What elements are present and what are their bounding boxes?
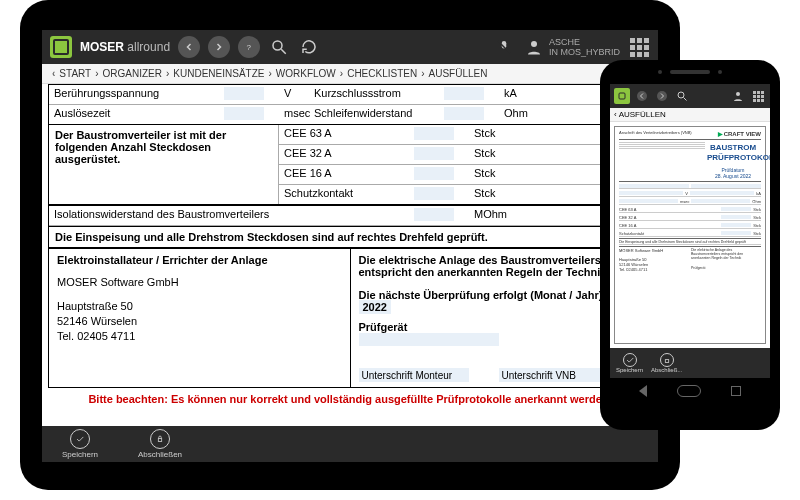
search-icon[interactable] xyxy=(674,88,690,104)
input-field[interactable] xyxy=(414,187,454,200)
help-button[interactable]: ? xyxy=(238,36,260,58)
svg-rect-13 xyxy=(665,360,668,363)
app-topbar: MOSER allround ? ASCHEIN MOS_HYBRID xyxy=(42,30,658,64)
user-icon[interactable] xyxy=(730,88,746,104)
svg-rect-7 xyxy=(619,93,625,99)
forward-button[interactable] xyxy=(654,88,670,104)
svg-line-2 xyxy=(281,49,286,54)
input-field[interactable] xyxy=(444,87,484,100)
bottom-toolbar: Speichern Abschließen xyxy=(42,426,658,462)
forward-button[interactable] xyxy=(208,36,230,58)
phone-bottom-toolbar: Speichern Abschließ... xyxy=(610,348,770,378)
app-logo-icon xyxy=(50,36,72,58)
breadcrumb-item[interactable]: AUSFÜLLEN xyxy=(429,68,488,79)
apps-grid-icon[interactable] xyxy=(628,36,650,58)
svg-point-5 xyxy=(531,41,537,47)
signature-monteur[interactable]: Unterschrift Monteur xyxy=(359,368,469,382)
android-home[interactable] xyxy=(677,385,701,397)
installer-block: Elektroinstallateur / Errichter der Anla… xyxy=(49,248,651,387)
user-menu[interactable]: ASCHEIN MOS_HYBRID xyxy=(523,36,620,58)
year-input[interactable]: 2022 xyxy=(359,300,391,314)
refresh-icon[interactable] xyxy=(298,36,320,58)
form-content: Berührungsspannung V Kurzschlussstrom kA… xyxy=(42,84,658,426)
isolation-row: Isolationswiderstand des Baustromverteil… xyxy=(49,205,651,226)
app-logo-icon xyxy=(614,88,630,104)
svg-text:?: ? xyxy=(247,43,252,52)
phone-breadcrumb: ‹ AUSFÜLLEN xyxy=(610,108,770,122)
finish-button[interactable]: Abschließ... xyxy=(651,353,682,373)
breadcrumb-back[interactable]: ‹ xyxy=(614,110,617,119)
back-button[interactable] xyxy=(634,88,650,104)
signature-vnb[interactable]: Unterschrift VNB xyxy=(499,368,609,382)
android-recent[interactable] xyxy=(731,386,741,396)
breadcrumb-item[interactable]: CHECKLISTEN xyxy=(347,68,417,79)
input-field[interactable] xyxy=(224,87,264,100)
mic-muted-icon[interactable] xyxy=(493,36,515,58)
drehfeld-statement: Die Einspeisung und alle Drehstrom Steck… xyxy=(49,226,651,248)
breadcrumb-back[interactable]: ‹ xyxy=(52,68,55,79)
breadcrumb: ‹ START › ORGANIZER › KUNDENEINSÄTZE › W… xyxy=(42,64,658,84)
save-button[interactable]: Speichern xyxy=(62,429,98,459)
android-back[interactable] xyxy=(639,385,647,397)
svg-point-12 xyxy=(736,92,740,96)
svg-point-9 xyxy=(657,91,667,101)
measurement-row: Auslösezeit msec Schleifenwiderstand Ohm xyxy=(49,105,651,125)
device-input[interactable] xyxy=(359,333,499,346)
svg-line-11 xyxy=(684,98,687,101)
phone-doc-preview[interactable]: Anschrift des Verteilnetzbetreibers (VNB… xyxy=(610,122,770,348)
input-field[interactable] xyxy=(414,147,454,160)
tablet-device: MOSER allround ? ASCHEIN MOS_HYBRID ‹ ST… xyxy=(20,0,680,490)
search-icon[interactable] xyxy=(268,36,290,58)
save-button[interactable]: Speichern xyxy=(616,353,643,373)
phone-device: ‹ AUSFÜLLEN Anschrift des Verteilnetzbet… xyxy=(600,60,780,430)
breadcrumb-item[interactable]: WORKFLOW xyxy=(276,68,336,79)
breadcrumb-item[interactable]: START xyxy=(59,68,91,79)
input-field[interactable] xyxy=(414,167,454,180)
apps-grid-icon[interactable] xyxy=(750,88,766,104)
tablet-screen: MOSER allround ? ASCHEIN MOS_HYBRID ‹ ST… xyxy=(42,30,658,462)
user-icon xyxy=(523,36,545,58)
input-field[interactable] xyxy=(444,107,484,120)
input-field[interactable] xyxy=(414,127,454,140)
input-field[interactable] xyxy=(224,107,264,120)
svg-point-8 xyxy=(637,91,647,101)
validation-notice: Bitte beachten: Es können nur korrekt un… xyxy=(48,388,652,409)
svg-rect-6 xyxy=(158,439,161,442)
input-field[interactable] xyxy=(414,208,454,221)
breadcrumb-item[interactable]: KUNDENEINSÄTZE xyxy=(173,68,264,79)
phone-screen: ‹ AUSFÜLLEN Anschrift des Verteilnetzbet… xyxy=(610,84,770,378)
phone-topbar xyxy=(610,84,770,108)
app-title: MOSER allround xyxy=(80,40,170,54)
breadcrumb-item[interactable]: ORGANIZER xyxy=(103,68,162,79)
svg-point-10 xyxy=(678,92,684,98)
svg-point-1 xyxy=(273,41,282,50)
sockets-block: Der Baustromverteiler ist mit der folgen… xyxy=(49,125,651,205)
measurement-row: Berührungsspannung V Kurzschlussstrom kA xyxy=(49,85,651,105)
finish-button[interactable]: Abschließen xyxy=(138,429,182,459)
back-button[interactable] xyxy=(178,36,200,58)
craftview-logo: ▶CRAFT VIEW xyxy=(718,130,761,137)
android-nav xyxy=(610,382,770,400)
